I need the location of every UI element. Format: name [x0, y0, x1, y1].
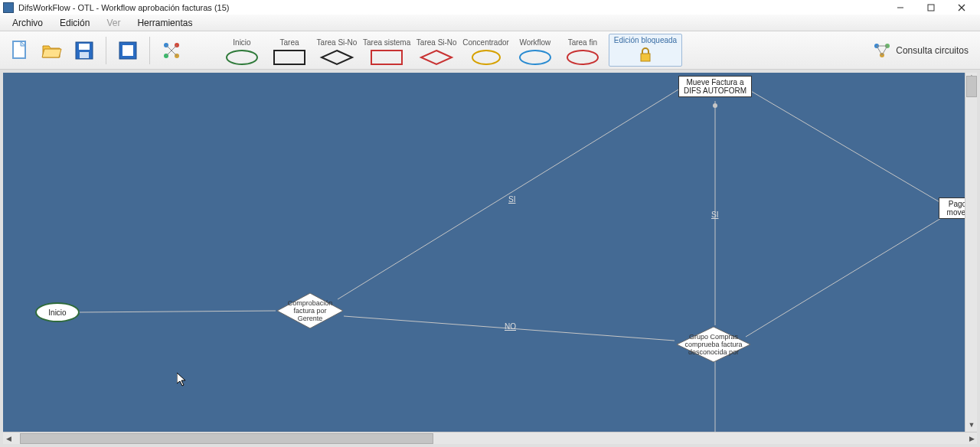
tool-concentrador-label: Concentrador [462, 38, 509, 47]
tool-edicion-bloqueada-label: Edición bloqueada [614, 36, 677, 44]
network-icon [873, 42, 891, 59]
node-mueve-factura[interactable]: Mueve Factura a DIFS AUTOFORM [678, 76, 752, 97]
consulta-circuitos-label: Consulta circuitos [896, 45, 969, 56]
consulta-circuitos-button[interactable]: Consulta circuitos [867, 38, 974, 63]
svg-line-30 [877, 46, 882, 55]
tool-tarea-sino-label: Tarea Si-No [317, 38, 358, 47]
window-controls [885, 0, 977, 15]
menu-ver[interactable]: Ver [99, 15, 128, 31]
scroll-down-arrow-icon[interactable]: ▼ [965, 421, 978, 432]
svg-line-32 [78, 311, 276, 312]
scroll-right-arrow-icon[interactable]: ▶ [966, 432, 977, 445]
close-button[interactable] [946, 0, 977, 15]
svg-point-24 [567, 51, 598, 64]
node-comprobacion[interactable]: Comprobación factura por Gerente [276, 292, 345, 330]
vertical-scroll-thumb[interactable] [966, 76, 977, 97]
svg-point-22 [472, 51, 500, 64]
tool-edicion-bloqueada[interactable]: Edición bloqueada [609, 34, 682, 67]
svg-point-17 [227, 51, 257, 64]
svg-point-39 [713, 103, 717, 108]
svg-marker-21 [421, 51, 452, 64]
node-pago-label: Pago mover [942, 200, 965, 217]
graph-icon [162, 41, 181, 60]
svg-rect-20 [371, 51, 402, 64]
folder-open-icon [41, 41, 63, 60]
node-grupo-compras-label: Grupo Compras comprueba factura desconoc… [681, 333, 746, 356]
edges-layer [3, 73, 965, 432]
menu-herramientas[interactable]: Herramientas [129, 15, 200, 31]
svg-point-23 [520, 51, 550, 64]
node-inicio[interactable]: Inicio [35, 302, 80, 322]
toolbar: Inicio Tarea Tarea Si-No Tarea sistema T… [0, 31, 980, 70]
tool-workflow-label: Workflow [519, 38, 550, 47]
tool-tarea-sino2-label: Tarea Si-No [416, 38, 457, 47]
open-button[interactable] [38, 37, 66, 64]
node-pago[interactable]: Pago mover [939, 197, 965, 219]
scroll-left-arrow-icon[interactable]: ◀ [3, 432, 14, 445]
tool-tarea-label: Tarea [279, 38, 299, 47]
svg-line-37 [746, 207, 960, 337]
edge-label-si: SI [508, 195, 515, 204]
svg-rect-7 [79, 44, 90, 50]
svg-rect-1 [928, 5, 934, 11]
shape-palette: Inicio Tarea Tarea Si-No Tarea sistema T… [220, 34, 682, 67]
maximize-button[interactable] [916, 0, 946, 15]
svg-rect-10 [122, 45, 133, 56]
canvas-container: SI SI NO Inicio Comprobación factura por… [0, 70, 980, 447]
fit-button[interactable] [114, 37, 142, 64]
new-file-icon [11, 40, 29, 61]
tool-tarea-fin-label: Tarea fin [568, 38, 597, 47]
minimize-button[interactable] [885, 0, 916, 15]
edge-label-no: NO [505, 322, 516, 331]
horizontal-scrollbar[interactable]: ◀ ▶ [3, 432, 977, 444]
svg-rect-8 [80, 52, 89, 58]
tool-tarea-sistema-label: Tarea sistema [363, 38, 410, 47]
node-comprobacion-label: Comprobación factura por Gerente [283, 299, 338, 322]
svg-rect-25 [641, 54, 650, 61]
node-mueve-factura-label: Mueve Factura a DIFS AUTOFORM [682, 78, 748, 95]
tool-tarea[interactable]: Tarea [268, 38, 311, 67]
workflow-canvas[interactable]: SI SI NO Inicio Comprobación factura por… [3, 73, 965, 432]
node-inicio-label: Inicio [48, 308, 66, 317]
app-icon [3, 2, 14, 13]
tool-concentrador[interactable]: Concentrador [462, 38, 509, 67]
tool-tarea-sino[interactable]: Tarea Si-No [315, 38, 358, 67]
save-button[interactable] [70, 37, 98, 64]
menubar: Archivo Edición Ver Herramientas [0, 15, 980, 31]
layout-button[interactable] [158, 37, 185, 64]
tool-tarea-sino2[interactable]: Tarea Si-No [415, 38, 458, 67]
svg-line-33 [338, 90, 678, 299]
tool-inicio-label: Inicio [233, 38, 250, 47]
titlebar: DifsWorkFlow - OTL - Workflow aprobación… [0, 0, 980, 15]
svg-line-38 [746, 88, 941, 203]
toolbar-separator [106, 37, 106, 64]
node-grupo-compras[interactable]: Grupo Compras comprueba factura desconoc… [675, 325, 752, 364]
edge-label-si2: SI [711, 210, 718, 219]
svg-marker-19 [322, 51, 352, 64]
new-button[interactable] [6, 37, 34, 64]
toolbar-separator [149, 37, 150, 64]
menu-archivo[interactable]: Archivo [5, 15, 51, 31]
tool-inicio[interactable]: Inicio [220, 38, 263, 67]
tool-tarea-sistema[interactable]: Tarea sistema [363, 38, 410, 67]
svg-rect-18 [274, 51, 305, 64]
lock-icon [637, 46, 654, 63]
svg-line-31 [882, 46, 887, 55]
tool-tarea-fin[interactable]: Tarea fin [561, 38, 604, 67]
save-icon [74, 41, 94, 60]
horizontal-scroll-thumb[interactable] [20, 433, 433, 444]
menu-edicion[interactable]: Edición [52, 15, 97, 31]
fit-screen-icon [118, 41, 138, 60]
window-title: DifsWorkFlow - OTL - Workflow aprobación… [18, 3, 229, 12]
vertical-scrollbar[interactable]: ▲ ▼ [965, 73, 977, 432]
tool-workflow[interactable]: Workflow [514, 38, 557, 67]
